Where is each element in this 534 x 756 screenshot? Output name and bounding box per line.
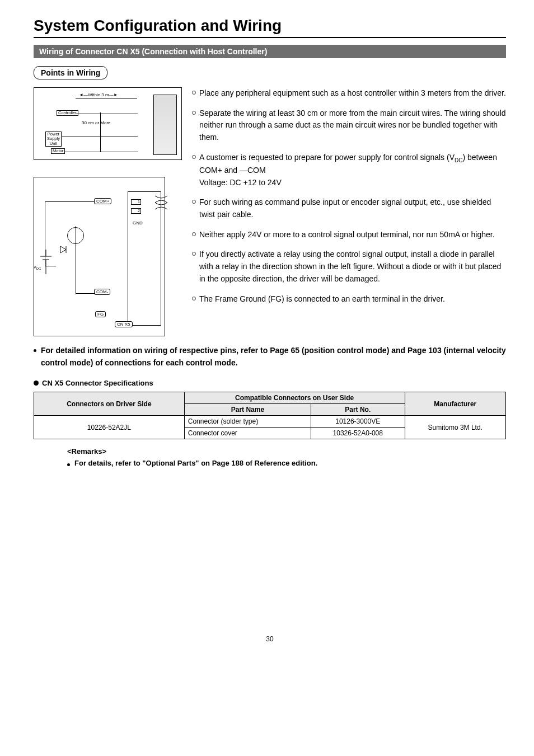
page-number: 30 xyxy=(34,635,506,643)
filled-dot-icon xyxy=(67,463,70,466)
bullet-text: Place any peripheral equipment such as a… xyxy=(199,87,506,100)
hollow-bullet-icon xyxy=(192,297,196,300)
hollow-bullet-icon xyxy=(192,91,196,95)
diagram-column: ◄—Within 3 m—► Controller 30 cm or More … xyxy=(34,87,182,339)
bullet-text: If you directly activate a relay using t… xyxy=(199,248,506,285)
filled-dot-icon xyxy=(34,349,36,352)
hollow-bullet-icon xyxy=(192,111,196,115)
spec-heading: CN X5 Connector Specifications xyxy=(34,379,506,387)
bullet-item: The Frame Ground (FG) is connected to an… xyxy=(192,293,506,306)
within-label: ◄—Within 3 m—► xyxy=(79,92,118,97)
sub-heading: Points in Wiring xyxy=(34,66,107,79)
td-partname: Connector (solder type) xyxy=(184,416,311,428)
motor-label: Motor xyxy=(51,148,65,154)
vdc-label: VDC xyxy=(34,265,41,270)
com-minus-label: COM- xyxy=(94,289,110,295)
thirty-cm-label: 30 cm or More xyxy=(82,120,111,125)
bullet-item: Neither apply 24V or more to a control s… xyxy=(192,229,506,241)
bullets-column: Place any peripheral equipment such as a… xyxy=(192,87,506,339)
diagram-bottom: VDC COM+ COM- FG CN X5 GND 1 2 xyxy=(34,177,182,339)
driver-box-icon xyxy=(153,95,177,155)
hollow-bullet-icon xyxy=(192,200,196,204)
gnd-label: GND xyxy=(133,220,143,226)
td-manu: Sumitomo 3M Ltd. xyxy=(405,416,505,439)
cnx5-label: CN X5 xyxy=(115,321,133,327)
section-header-bar: Wiring of Connector CN X5 (Connection wi… xyxy=(34,45,506,58)
bullet-item: Place any peripheral equipment such as a… xyxy=(192,87,506,100)
diode-icon xyxy=(59,246,70,255)
th-compat: Compatible Connectors on User Side xyxy=(184,392,405,404)
spec-heading-text: CN X5 Connector Specifications xyxy=(42,379,153,387)
hollow-bullet-icon xyxy=(192,232,196,236)
page-title: System Configuration and Wiring xyxy=(34,17,506,35)
bullet-item: If you directly activate a relay using t… xyxy=(192,248,506,285)
th-manu: Manufacturer xyxy=(405,392,505,416)
bullet-item: Separate the wiring at least 30 cm or mo… xyxy=(192,107,506,144)
title-underline xyxy=(34,37,506,38)
hollow-bullet-icon xyxy=(192,155,196,159)
bullet-item: For such wiring as command pulse input o… xyxy=(192,196,506,220)
note-line: For detailed information on wiring of re… xyxy=(34,345,506,369)
table-row: Connectors on Driver Side Compatible Con… xyxy=(34,392,506,404)
bullet-text: The Frame Ground (FG) is connected to an… xyxy=(199,293,506,306)
psu-label: Power Supply Unit xyxy=(45,132,62,147)
note-text: For detailed information on wiring of re… xyxy=(41,345,506,369)
vdc-source-icon xyxy=(38,250,54,274)
remarks-text: For details, refer to "Optional Parts" o… xyxy=(74,459,317,467)
td-partno: 10326-52A0-008 xyxy=(311,428,405,439)
controller-label: Controller xyxy=(57,110,78,116)
hollow-bullet-icon xyxy=(192,252,196,256)
svg-marker-4 xyxy=(60,246,66,253)
twist-pair-icon xyxy=(154,194,168,214)
diagram-top: ◄—Within 3 m—► Controller 30 cm or More … xyxy=(34,87,182,160)
td-driver: 10226-52A2JL xyxy=(34,416,185,439)
remarks-heading: <Remarks> xyxy=(67,447,506,456)
th-partno: Part No. xyxy=(311,404,405,416)
com-plus-label: COM+ xyxy=(94,198,111,204)
filled-circle-icon xyxy=(34,381,39,386)
pin-2: 2 xyxy=(131,208,141,214)
bullet-text: For such wiring as command pulse input o… xyxy=(199,196,506,220)
td-partno: 10126-3000VE xyxy=(311,416,405,428)
bullet-item: A customer is requested to prepare for p… xyxy=(192,152,506,189)
fg-label: FG xyxy=(95,311,106,317)
table-row: 10226-52A2JL Connector (solder type) 101… xyxy=(34,416,506,428)
th-partname: Part Name xyxy=(184,404,311,416)
bullet-text: Separate the wiring at least 30 cm or mo… xyxy=(199,107,506,144)
pin-1: 1 xyxy=(131,199,141,205)
bullet-text: Neither apply 24V or more to a control s… xyxy=(199,229,506,241)
remarks-line: For details, refer to "Optional Parts" o… xyxy=(67,459,506,467)
th-driver: Connectors on Driver Side xyxy=(34,392,185,416)
spec-table: Connectors on Driver Side Compatible Con… xyxy=(34,392,506,439)
content-row: ◄—Within 3 m—► Controller 30 cm or More … xyxy=(34,87,506,339)
td-partname: Connector cover xyxy=(184,428,311,439)
bullet-text: A customer is requested to prepare for p… xyxy=(199,152,506,189)
